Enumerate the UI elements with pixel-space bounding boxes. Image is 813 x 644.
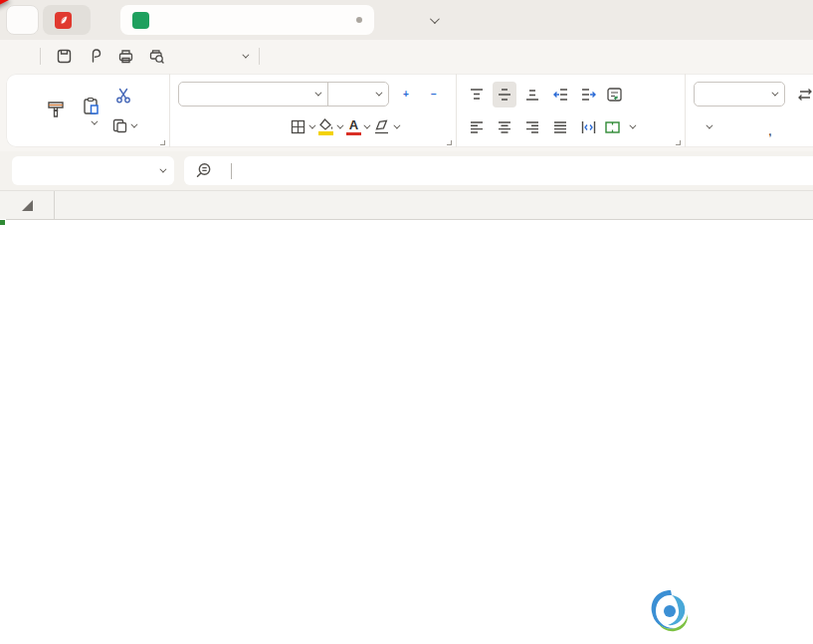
justify-button[interactable] xyxy=(548,114,572,140)
underline-button[interactable] xyxy=(234,114,258,140)
copy-button[interactable] xyxy=(111,112,135,138)
active-cell-selection xyxy=(0,220,4,224)
redo-button[interactable] xyxy=(207,45,229,67)
save-button[interactable] xyxy=(53,45,75,67)
select-all-triangle-icon xyxy=(22,200,33,211)
percent-format-button[interactable] xyxy=(725,114,749,140)
font-name-select[interactable] xyxy=(179,83,327,106)
italic-button[interactable] xyxy=(206,114,230,140)
font-color-swatch xyxy=(346,132,361,136)
borders-chevron-icon xyxy=(308,122,315,129)
bold-button[interactable] xyxy=(178,114,202,140)
column-header-row xyxy=(0,191,813,220)
number-format-chevron-icon xyxy=(771,90,778,97)
clipboard-expand-icon[interactable] xyxy=(160,140,165,145)
clipboard-group xyxy=(6,74,169,147)
currency-format-button[interactable] xyxy=(694,114,717,140)
text-orientation-button[interactable] xyxy=(576,114,600,140)
merge-chevron-icon xyxy=(629,122,636,129)
fill-color-swatch xyxy=(318,131,333,135)
paste-button[interactable] xyxy=(76,94,107,127)
name-box-chevron-icon xyxy=(159,166,166,173)
select-all-corner[interactable] xyxy=(0,191,55,219)
copy-chevron-icon xyxy=(130,120,137,127)
fill-handle[interactable] xyxy=(0,219,6,226)
align-middle-button[interactable] xyxy=(493,82,516,107)
align-center-button[interactable] xyxy=(493,114,516,140)
clear-format-button[interactable] xyxy=(373,114,398,140)
format-painter-button[interactable] xyxy=(40,97,72,125)
align-right-button[interactable] xyxy=(520,114,544,140)
spreadsheet-doc-icon xyxy=(132,12,149,29)
formula-bar xyxy=(0,151,813,191)
increase-font-button[interactable]: + xyxy=(393,82,417,107)
convert-button[interactable] xyxy=(795,82,813,107)
tab-docer-templates[interactable] xyxy=(43,5,91,35)
fill-color-button[interactable] xyxy=(317,114,341,140)
font-combos xyxy=(178,82,389,107)
font-name-chevron-icon xyxy=(314,90,321,97)
tab-list-chevron-icon[interactable] xyxy=(430,14,440,24)
clear-format-chevron-icon xyxy=(393,122,400,129)
font-color-chevron-icon xyxy=(363,122,370,129)
borders-button[interactable] xyxy=(290,114,313,140)
print-button[interactable] xyxy=(114,45,136,67)
unsaved-dot-icon xyxy=(356,17,362,23)
undo-button[interactable] xyxy=(176,45,198,67)
menu-bar xyxy=(0,40,813,72)
align-left-button[interactable] xyxy=(465,114,489,140)
wps-spreadsheet-window: { "colors": { "accent_teal": "#127c70", … xyxy=(0,0,813,644)
thousands-format-button[interactable]: , xyxy=(757,114,781,140)
strikethrough-button[interactable] xyxy=(262,114,286,140)
align-bottom-button[interactable] xyxy=(520,82,544,107)
alignment-group xyxy=(456,74,685,147)
decrease-indent-button[interactable] xyxy=(548,82,572,107)
quick-access-toolbar xyxy=(41,45,259,67)
formula-input[interactable] xyxy=(184,156,813,185)
font-color-button[interactable]: A xyxy=(345,114,369,140)
formula-caret xyxy=(231,163,232,179)
docer-leaf-icon xyxy=(55,12,72,29)
font-size-select[interactable] xyxy=(328,83,388,106)
cut-button[interactable] xyxy=(111,83,135,108)
font-group: + − A xyxy=(169,74,456,147)
name-box[interactable] xyxy=(12,156,174,185)
decrease-font-button[interactable]: − xyxy=(421,82,445,107)
spreadsheet-grid xyxy=(0,191,813,644)
number-format-select[interactable] xyxy=(694,82,785,107)
font-size-chevron-icon xyxy=(375,90,382,97)
font-expand-icon[interactable] xyxy=(447,140,452,145)
align-top-button[interactable] xyxy=(465,82,489,107)
print-preview-button[interactable] xyxy=(145,45,167,67)
qat-customize-chevron-icon[interactable] xyxy=(242,51,249,58)
window-tab-bar xyxy=(0,0,813,40)
search-equals-icon xyxy=(194,161,213,180)
divider xyxy=(259,48,260,65)
increase-indent-button[interactable] xyxy=(576,82,600,107)
export-pdf-button[interactable] xyxy=(84,45,105,67)
alignment-expand-icon[interactable] xyxy=(676,140,681,145)
wrap-text-button[interactable] xyxy=(604,82,628,107)
ribbon-toolbar: + − A xyxy=(0,72,813,151)
currency-chevron-icon xyxy=(706,122,712,129)
fill-color-chevron-icon xyxy=(336,122,343,129)
merge-cells-button[interactable] xyxy=(604,114,634,140)
number-group: , xyxy=(685,74,813,147)
tab-wps-office[interactable] xyxy=(6,5,39,35)
paste-chevron-icon xyxy=(91,118,98,125)
increase-decimal-button[interactable] xyxy=(789,114,813,140)
tab-workbook1[interactable] xyxy=(120,5,374,35)
